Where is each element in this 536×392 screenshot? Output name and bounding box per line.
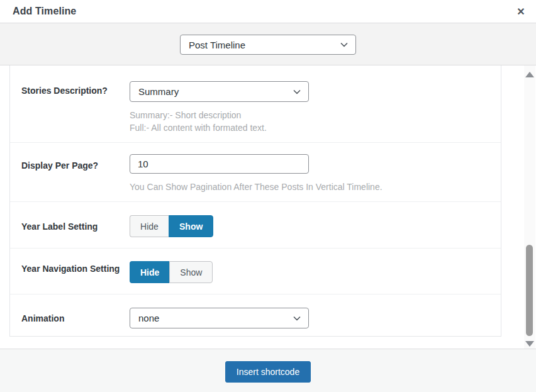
chevron-down-icon [292,87,302,97]
add-timeline-dialog: Add Timeline ✕ Post Timeline Stories Des… [0,0,536,392]
insert-shortcode-button[interactable]: Insert shortcode [225,361,311,383]
year-label-hide-button[interactable]: Hide [130,215,169,237]
row-year-navigation-setting: Year Navigation Setting Hide Show [10,249,501,294]
vertical-scrollbar[interactable] [524,65,535,349]
close-icon[interactable]: ✕ [512,3,530,20]
stories-description-help: Summary:- Short description Full:- All c… [130,109,501,134]
stories-description-selected-value: Summary [138,86,179,97]
display-per-page-input[interactable] [130,154,309,174]
animation-selected-value: none [138,313,159,323]
chevron-down-icon [292,313,302,323]
year-navigation-hide-button[interactable]: Hide [130,261,169,283]
row-display-per-page: Display Per Page? You Can Show Paginatio… [10,143,501,202]
stories-description-label: Stories Description? [21,81,130,97]
dialog-title: Add Timeline [13,6,76,17]
display-per-page-label: Display Per Page? [21,154,130,172]
animation-select[interactable]: none [130,308,309,328]
year-navigation-toggle: Hide Show [130,261,213,283]
help-line: Full:- All content with formated text. [130,121,501,134]
settings-scroll-area: Stories Description? Summary Summary:- S… [0,65,536,349]
row-animation: Animation none [10,294,501,336]
year-navigation-setting-label: Year Navigation Setting [21,261,130,275]
stories-description-select[interactable]: Summary [130,81,309,102]
scroll-up-arrow-icon[interactable] [525,72,534,77]
help-line: Summary:- Short description [130,109,501,121]
row-year-label-setting: Year Label Setting Hide Show [10,202,501,249]
dialog-header: Add Timeline ✕ [0,0,536,23]
timeline-type-bar: Post Timeline [0,23,536,65]
year-label-show-button[interactable]: Show [169,215,213,237]
row-stories-description: Stories Description? Summary Summary:- S… [10,65,501,143]
scrollbar-thumb[interactable] [526,245,533,336]
settings-panel: Stories Description? Summary Summary:- S… [9,65,501,337]
dialog-footer: Insert shortcode [0,349,536,392]
year-navigation-show-button[interactable]: Show [169,261,213,283]
timeline-type-select[interactable]: Post Timeline [180,35,356,55]
display-per-page-help: You Can Show Pagination After These Post… [130,181,501,193]
animation-label: Animation [21,308,130,325]
year-label-setting-label: Year Label Setting [21,215,130,233]
timeline-type-selected-value: Post Timeline [189,40,245,50]
chevron-down-icon [339,40,349,50]
scroll-down-arrow-icon[interactable] [525,341,534,347]
year-label-toggle: Hide Show [130,215,213,237]
